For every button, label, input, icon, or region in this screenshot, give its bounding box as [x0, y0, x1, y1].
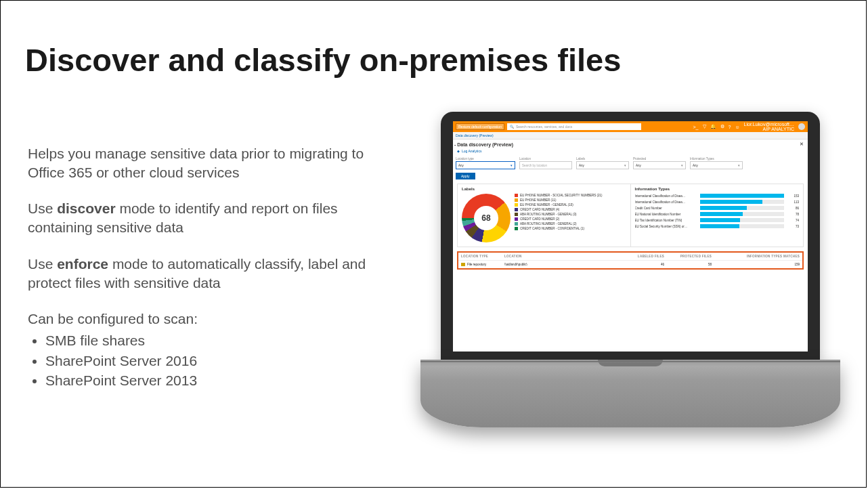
- cell-protected: 58: [678, 263, 725, 266]
- help-icon[interactable]: ?: [729, 125, 731, 129]
- shell-icon[interactable]: >_: [693, 125, 699, 129]
- scan-item: SharePoint Server 2016: [45, 352, 380, 370]
- legend-item[interactable]: CREDIT CARD NUMBER (2): [515, 217, 603, 221]
- bar-track: [700, 218, 785, 222]
- table-header-row: LOCATION TYPE LOCATION LABELED FILES PRO…: [458, 253, 802, 260]
- avatar[interactable]: [798, 123, 805, 130]
- legend-item[interactable]: EU PHONE NUMBER (11): [515, 198, 603, 202]
- panels: Labels 68 EU PHONE NUMBER - SOCIAL SECUR…: [453, 179, 808, 247]
- info-type-row[interactable]: EU Social Security Number (SSN) or…73: [635, 224, 800, 228]
- filter-labels: Labels Any ▾: [576, 157, 629, 169]
- info-type-row[interactable]: Credit Card Number86: [635, 206, 800, 210]
- laptop-base: [420, 360, 840, 427]
- info-types-bars: International Classification of Disea…15…: [635, 194, 800, 228]
- table-row[interactable]: File repository \\aidlandlr\public\ 46 5…: [458, 260, 802, 268]
- slide-body: Helps you manage sensitive data prior to…: [28, 144, 380, 391]
- protected-select[interactable]: Any ▾: [633, 161, 686, 169]
- labels-select[interactable]: Any ▾: [576, 161, 629, 169]
- labels-panel: Labels 68 EU PHONE NUMBER - SOCIAL SECUR…: [457, 184, 630, 247]
- info-type-label: International Classification of Disea…: [635, 194, 697, 198]
- azure-topbar: Restore default configuration 🔍 Search r…: [453, 121, 808, 132]
- filter-label: Labels: [576, 157, 629, 161]
- p2-bold: discover: [57, 200, 115, 216]
- restore-config-button[interactable]: Restore default configuration: [456, 123, 504, 130]
- placeholder: Search by location: [522, 164, 547, 167]
- p3-bold: enforce: [57, 256, 108, 272]
- p2-pre: Use: [28, 200, 57, 216]
- topbar-icons: >_ ▽ 🔔 ⚙ ? ☺ Lior.Lukov@microsoft… AIP A…: [693, 122, 805, 131]
- th-matches: INFORMATION TYPES MATCHES: [725, 255, 800, 258]
- labels-panel-title: Labels: [462, 187, 626, 191]
- labels-donut-chart: 68: [462, 194, 511, 242]
- cell-labeled: 46: [630, 263, 678, 266]
- th-location: LOCATION: [504, 255, 559, 258]
- filter-label: Location type: [456, 157, 515, 161]
- legend-swatch: [515, 213, 518, 216]
- legend-item[interactable]: ABA ROUTING NUMBER - GENERAL (2): [515, 222, 603, 226]
- legend-label: CREDIT CARD NUMBER (2): [520, 217, 559, 221]
- apply-button[interactable]: Apply: [456, 173, 475, 179]
- legend-item[interactable]: EU PHONE NUMBER - GENERAL (10): [515, 203, 603, 207]
- donut-center-value: 68: [462, 194, 511, 242]
- th-type: LOCATION TYPE: [461, 255, 504, 258]
- settings-icon[interactable]: ⚙: [720, 124, 724, 129]
- legend-item[interactable]: CREDIT CARD NUMBER (4): [515, 208, 603, 211]
- slide: Discover and classify on-premises files …: [0, 0, 867, 488]
- legend-item[interactable]: CREDIT CARD NUMBER - CONFIDENTIAL (1): [515, 227, 603, 230]
- scan-intro: Can be configured to scan:: [28, 310, 380, 328]
- legend-label: EU PHONE NUMBER (11): [520, 198, 557, 202]
- info-type-row[interactable]: EU National Identification Number78: [635, 212, 800, 216]
- bar-value: 86: [787, 207, 799, 210]
- chevron-down-icon: ▾: [681, 163, 683, 167]
- bar-value: 153: [787, 194, 799, 198]
- filter-icon[interactable]: ▽: [703, 124, 706, 129]
- breadcrumb[interactable]: Data discovery (Preview): [453, 132, 808, 140]
- global-search-input[interactable]: 🔍 Search resources, services, and docs: [507, 123, 641, 130]
- select-value: Any: [579, 164, 584, 167]
- legend-item[interactable]: EU PHONE NUMBER - SOCIAL SECURITY NUMBER…: [515, 194, 603, 197]
- bar-fill: [700, 218, 741, 222]
- chevron-down-icon: ▾: [511, 163, 513, 167]
- log-analytics-label: Log Analytics: [462, 149, 481, 153]
- legend-item[interactable]: ABA ROUTING NUMBER - GENERAL (3): [515, 213, 603, 216]
- chevron-down-icon: ▾: [738, 163, 740, 167]
- location-type-select[interactable]: Any ▾: [456, 161, 515, 169]
- blade-title: - Data discovery (Preview): [454, 142, 513, 147]
- legend-label: ABA ROUTING NUMBER - GENERAL (3): [520, 213, 577, 216]
- legend-swatch: [515, 208, 518, 211]
- legend-swatch: [515, 217, 518, 221]
- bar-fill: [700, 206, 747, 210]
- filter-label: Information Types: [690, 157, 743, 161]
- bar-value: 74: [787, 219, 799, 222]
- locations-table: LOCATION TYPE LOCATION LABELED FILES PRO…: [457, 251, 804, 270]
- info-type-label: EU National Identification Number: [635, 213, 697, 216]
- bar-fill: [700, 200, 762, 204]
- para-enforce: Use enforce mode to automatically classi…: [28, 255, 380, 292]
- close-icon[interactable]: ✕: [800, 142, 804, 147]
- bar-track: [700, 206, 785, 210]
- bar-track: [700, 194, 785, 198]
- feedback-icon[interactable]: ☺: [735, 125, 739, 129]
- bar-fill: [700, 194, 785, 198]
- info-types-select[interactable]: Any ▾: [690, 161, 743, 169]
- user-block[interactable]: Lior.Lukov@microsoft… AIP ANALYTIC: [744, 122, 794, 131]
- cell-location: \\aidlandlr\public\: [504, 263, 559, 266]
- filter-protected: Protected Any ▾: [633, 157, 686, 169]
- log-analytics-icon: ◆: [457, 149, 460, 153]
- info-type-row[interactable]: International Classification of Disea…11…: [635, 200, 800, 204]
- legend-swatch: [515, 198, 518, 202]
- th-protected: PROTECTED FILES: [678, 255, 725, 258]
- user-role: AIP ANALYTIC: [763, 127, 794, 131]
- log-analytics-link[interactable]: ◆ Log Analytics: [453, 149, 808, 156]
- bar-fill: [700, 224, 740, 228]
- filter-label: Protected: [633, 157, 686, 161]
- info-type-label: Credit Card Number: [635, 207, 697, 210]
- filter-location: Location Search by location: [519, 157, 572, 169]
- filter-label: Location: [519, 157, 572, 161]
- location-search-input[interactable]: Search by location: [519, 161, 572, 169]
- info-type-row[interactable]: International Classification of Disea…15…: [635, 194, 800, 198]
- blade-header: - Data discovery (Preview) ✕: [453, 140, 808, 149]
- scan-item: SMB file shares: [45, 331, 380, 350]
- notification-icon[interactable]: 🔔: [710, 124, 716, 129]
- info-type-row[interactable]: EU Tax Identification Number (TIN)74: [635, 218, 800, 222]
